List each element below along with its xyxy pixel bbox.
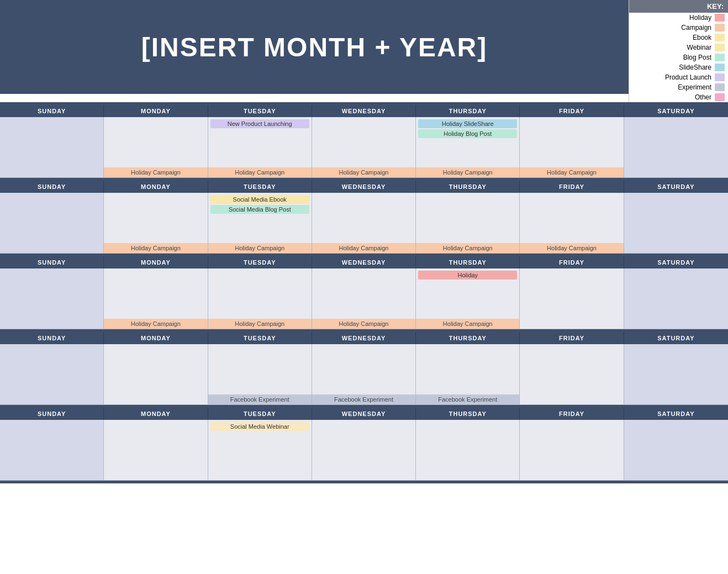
events-area-4-4 — [416, 420, 519, 480]
key-item-1: Campaign — [629, 23, 728, 33]
day-header-1-5: FRIDAY — [520, 181, 624, 193]
day-cell-3-6 — [624, 344, 728, 405]
day-header-2-4: THURSDAY — [416, 256, 520, 268]
day-header-1-3: WEDNESDAY — [312, 181, 416, 193]
events-area-1-1 — [104, 193, 207, 243]
day-header-2-6: SATURDAY — [624, 256, 728, 268]
week-days-4: Social Media Webinar — [0, 420, 728, 481]
events-area-0-3 — [312, 117, 415, 167]
day-cell-4-6 — [624, 420, 728, 481]
events-area-2-0 — [0, 268, 103, 329]
bottom-separator — [0, 481, 728, 483]
day-cell-4-5 — [520, 420, 624, 481]
day-cell-2-5 — [520, 268, 624, 329]
events-area-4-3 — [312, 420, 415, 480]
events-area-1-4 — [416, 193, 519, 243]
events-area-1-2: Social Media EbookSocial Media Blog Post — [208, 193, 312, 243]
day-cell-0-6 — [624, 117, 728, 178]
events-area-0-6 — [624, 117, 728, 177]
event-tag-1-2-1: Social Media Blog Post — [210, 205, 309, 214]
day-header-4-6: SATURDAY — [624, 408, 728, 420]
key-label-3: Webinar — [687, 44, 711, 51]
week-header-1: SUNDAYMONDAYTUESDAYWEDNESDAYTHURSDAYFRID… — [0, 181, 728, 193]
key-item-6: Product Launch — [629, 72, 728, 82]
day-cell-2-3: Holiday Campaign — [312, 268, 416, 329]
week-header-4: SUNDAYMONDAYTUESDAYWEDNESDAYTHURSDAYFRID… — [0, 408, 728, 420]
day-cell-0-3: Holiday Campaign — [312, 117, 416, 178]
day-header-4-2: TUESDAY — [208, 408, 312, 420]
day-cell-1-6 — [624, 193, 728, 254]
key-color-3 — [715, 44, 725, 51]
day-cell-4-0 — [0, 420, 104, 481]
bottom-tag-2-4: Holiday Campaign — [416, 319, 519, 329]
day-cell-3-1 — [104, 344, 208, 405]
day-header-4-3: WEDNESDAY — [312, 408, 416, 420]
events-area-0-0 — [0, 117, 103, 177]
key-label-0: Holiday — [689, 14, 711, 22]
day-cell-1-3: Holiday Campaign — [312, 193, 416, 254]
day-cell-2-0 — [0, 268, 104, 329]
day-header-3-5: FRIDAY — [520, 332, 624, 344]
key-color-6 — [715, 73, 725, 81]
bottom-tag-3-3: Facebook Experiment — [312, 394, 415, 404]
day-cell-0-2: New Product LaunchingHoliday Campaign — [208, 117, 312, 178]
events-area-0-5 — [520, 117, 623, 167]
day-cell-1-2: Social Media EbookSocial Media Blog Post… — [208, 193, 312, 254]
events-area-4-1 — [104, 420, 207, 480]
events-area-1-3 — [312, 193, 415, 243]
bottom-tag-3-2: Facebook Experiment — [208, 394, 312, 404]
day-header-1-6: SATURDAY — [624, 181, 728, 193]
key-item-0: Holiday — [629, 13, 728, 23]
bottom-tag-0-5: Holiday Campaign — [520, 167, 623, 177]
key-label-4: Blog Post — [683, 54, 711, 61]
bottom-tag-0-3: Holiday Campaign — [312, 167, 415, 177]
events-area-0-1 — [104, 117, 207, 167]
bottom-tag-1-4: Holiday Campaign — [416, 243, 519, 253]
bottom-tag-2-2: Holiday Campaign — [208, 319, 312, 329]
events-area-2-3 — [312, 268, 415, 319]
bottom-tag-3-4: Facebook Experiment — [416, 394, 519, 404]
day-header-2-0: SUNDAY — [0, 256, 104, 268]
day-cell-4-3 — [312, 420, 416, 481]
day-header-2-2: TUESDAY — [208, 256, 312, 268]
week-days-3: Facebook ExperimentFacebook ExperimentFa… — [0, 344, 728, 405]
key-item-5: SlideShare — [629, 62, 728, 72]
week-days-0: Holiday CampaignNew Product LaunchingHol… — [0, 117, 728, 178]
bottom-tag-1-5: Holiday Campaign — [520, 243, 623, 253]
day-header-1-0: SUNDAY — [0, 181, 104, 193]
week-header-2: SUNDAYMONDAYTUESDAYWEDNESDAYTHURSDAYFRID… — [0, 256, 728, 268]
key-color-2 — [715, 34, 725, 41]
key-item-7: Experiment — [629, 82, 728, 92]
day-cell-1-4: Holiday Campaign — [416, 193, 520, 254]
day-header-4-5: FRIDAY — [520, 408, 624, 420]
day-cell-3-4: Facebook Experiment — [416, 344, 520, 405]
day-header-0-0: SUNDAY — [0, 105, 104, 117]
day-cell-1-1: Holiday Campaign — [104, 193, 208, 254]
key-label-5: SlideShare — [679, 64, 711, 71]
day-header-1-4: THURSDAY — [416, 181, 520, 193]
events-area-3-4 — [416, 344, 519, 394]
day-cell-2-6 — [624, 268, 728, 329]
key-color-5 — [715, 64, 725, 71]
day-header-3-3: WEDNESDAY — [312, 332, 416, 344]
day-header-0-4: THURSDAY — [416, 105, 520, 117]
events-area-2-6 — [624, 268, 728, 329]
events-area-0-4: Holiday SlideShareHoliday Blog Post — [416, 117, 519, 167]
events-area-4-2: Social Media Webinar — [208, 420, 312, 480]
day-header-0-3: WEDNESDAY — [312, 105, 416, 117]
events-area-4-5 — [520, 420, 623, 480]
events-area-1-5 — [520, 193, 623, 243]
week-days-1: Holiday CampaignSocial Media EbookSocial… — [0, 193, 728, 254]
events-area-3-3 — [312, 344, 415, 394]
day-cell-1-0 — [0, 193, 104, 254]
key-item-2: Ebook — [629, 33, 728, 43]
events-area-3-1 — [104, 344, 207, 404]
day-header-3-0: SUNDAY — [0, 332, 104, 344]
key-item-3: Webinar — [629, 43, 728, 52]
day-cell-4-2: Social Media Webinar — [208, 420, 312, 481]
day-cell-0-0 — [0, 117, 104, 178]
events-area-3-6 — [624, 344, 728, 404]
bottom-tag-0-1: Holiday Campaign — [104, 167, 207, 177]
event-tag-2-4-0: Holiday — [418, 271, 517, 280]
day-cell-3-0 — [0, 344, 104, 405]
